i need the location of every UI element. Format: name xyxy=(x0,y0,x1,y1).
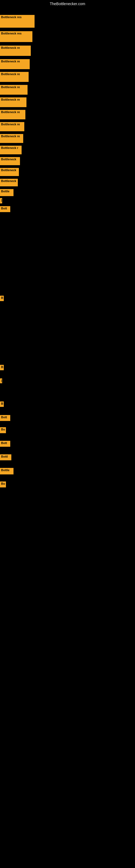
bottleneck-item-11[interactable]: Bottleneck r xyxy=(0,146,21,154)
bottleneck-item-16[interactable]: | xyxy=(0,198,2,204)
site-title: TheBottlenecker.com xyxy=(0,0,135,8)
bottleneck-item-3[interactable]: Bottleneck re xyxy=(0,45,31,56)
bottleneck-item-15[interactable]: Bottle xyxy=(0,189,13,196)
bottleneck-item-21[interactable]: B xyxy=(0,401,4,407)
bottleneck-item-19[interactable]: B xyxy=(0,365,4,370)
bottleneck-item-20[interactable]: | xyxy=(0,378,2,383)
bottleneck-item-22[interactable]: Bott xyxy=(0,415,10,421)
bottleneck-item-27[interactable]: Bo xyxy=(0,482,6,488)
bottleneck-item-2[interactable]: Bottleneck res xyxy=(0,31,32,42)
bottleneck-item-17[interactable]: Bott xyxy=(0,206,10,212)
bottleneck-item-8[interactable]: Bottleneck re xyxy=(0,110,26,119)
bottleneck-item-4[interactable]: Bottleneck re xyxy=(0,59,30,69)
bottleneck-item-24[interactable]: Bott xyxy=(0,441,10,447)
bottleneck-item-10[interactable]: Bottleneck re xyxy=(0,134,23,143)
bottleneck-item-12[interactable]: Bottleneck xyxy=(0,157,20,165)
bottleneck-item-18[interactable]: B xyxy=(0,296,4,301)
bottleneck-item-5[interactable]: Bottleneck re xyxy=(0,72,29,82)
bottleneck-item-7[interactable]: Bottleneck re xyxy=(0,97,27,107)
bottleneck-item-6[interactable]: Bottleneck re xyxy=(0,85,28,95)
bottleneck-item-25[interactable]: Bottl xyxy=(0,454,11,460)
bottleneck-item-13[interactable]: Bottleneck xyxy=(0,168,19,176)
bottleneck-item-23[interactable]: Bo xyxy=(0,427,6,433)
bottleneck-item-9[interactable]: Bottleneck re xyxy=(0,122,24,131)
bottleneck-item-14[interactable]: Bottleneck xyxy=(0,179,18,186)
bottleneck-item-26[interactable]: Bottle xyxy=(0,468,13,474)
bottleneck-item-1[interactable]: Bottleneck res xyxy=(0,15,35,28)
